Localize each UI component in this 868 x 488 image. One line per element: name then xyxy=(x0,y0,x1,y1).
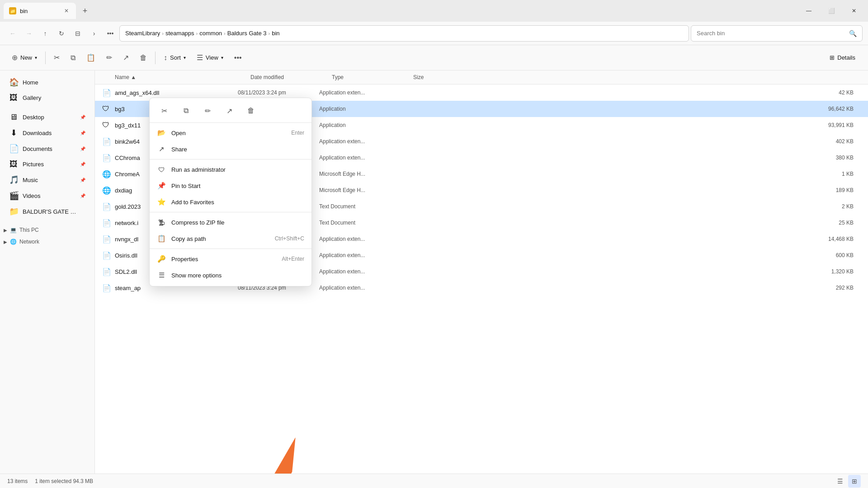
sidebar-label-pictures: Pictures xyxy=(23,161,44,168)
breadcrumb-sep-1: › xyxy=(162,31,164,36)
this-pc-label: This PC xyxy=(19,227,39,233)
sidebar-label-downloads: Downloads xyxy=(23,130,52,136)
pictures-icon: 🖼 xyxy=(9,160,18,169)
ctx-item-run-as-admin[interactable]: 🛡 Run as administrator xyxy=(150,161,311,178)
forward-button[interactable]: → xyxy=(22,26,36,41)
tab-close-button[interactable]: ✕ xyxy=(62,7,71,15)
toolbar-right: ⊞ Details xyxy=(824,52,861,64)
more-nav-button[interactable]: ••• xyxy=(103,26,118,41)
ctx-add-favorites-icon: ⭐ xyxy=(157,197,166,206)
sidebar-label-videos: Videos xyxy=(23,192,41,199)
context-menu-separator xyxy=(150,212,311,212)
breadcrumb-steamlibrary[interactable]: SteamLibrary xyxy=(125,30,160,37)
new-button[interactable]: ⊕ New ▾ xyxy=(7,51,42,65)
desktop-icon: 🖥 xyxy=(9,113,18,122)
sidebar-item-desktop[interactable]: 🖥 Desktop 📌 xyxy=(2,110,93,125)
sidebar-item-downloads[interactable]: ⬇ Downloads 📌 xyxy=(2,125,93,141)
view-button[interactable]: ☰ View ▾ xyxy=(192,51,228,65)
sidebar-item-pictures[interactable]: 🖼 Pictures 📌 xyxy=(2,157,93,172)
more-options-button[interactable]: ••• xyxy=(230,51,246,65)
breadcrumb-bin[interactable]: bin xyxy=(272,30,279,37)
paste-button[interactable]: 📋 xyxy=(82,51,100,65)
item-count: 13 items xyxy=(7,478,28,484)
ctx-open-icon: 📂 xyxy=(157,128,166,137)
sidebar-group-network[interactable]: ▶ 🌐 Network xyxy=(0,237,94,247)
refresh-button[interactable]: ↻ xyxy=(54,26,69,41)
sidebar-item-videos[interactable]: 🎬 Videos 📌 xyxy=(2,188,93,203)
sort-button[interactable]: ↕ Sort ▾ xyxy=(159,51,190,65)
ctx-copy-button[interactable]: ⧉ xyxy=(179,103,193,118)
details-view-button[interactable]: ⊞ xyxy=(848,475,861,488)
context-menu-separator xyxy=(150,249,311,249)
rename-button[interactable]: ✏ xyxy=(102,51,117,65)
new-tab-button[interactable]: + xyxy=(78,4,92,18)
ctx-item-open[interactable]: 📂 Open Enter xyxy=(150,125,311,141)
breadcrumb-baldurs[interactable]: Baldurs Gate 3 xyxy=(227,30,267,37)
main-layout: 🏠 Home 🖼 Gallery 🖥 Desktop 📌 ⬇ Downloads… xyxy=(0,70,868,474)
breadcrumb-bar[interactable]: SteamLibrary › steamapps › common › Bald… xyxy=(119,25,689,42)
ctx-item-add-favorites[interactable]: ⭐ Add to Favorites xyxy=(150,194,311,210)
network-label: Network xyxy=(19,239,39,245)
share-button[interactable]: ↗ xyxy=(118,51,133,65)
copy-button[interactable]: ⧉ xyxy=(66,51,80,65)
pin-icon-documents: 📌 xyxy=(80,146,85,151)
ctx-cut-button[interactable]: ✂ xyxy=(157,103,171,118)
details-button[interactable]: ⊞ Details xyxy=(824,52,861,64)
ctx-item-share[interactable]: ↗ Share xyxy=(150,141,311,157)
downloads-icon: ⬇ xyxy=(9,128,18,138)
expand-icon-network: ▶ xyxy=(4,239,7,244)
pin-icon-videos: 📌 xyxy=(80,193,85,198)
sidebar-item-home[interactable]: 🏠 Home xyxy=(2,75,93,90)
sidebar-item-documents[interactable]: 📄 Documents 📌 xyxy=(2,141,93,156)
back-button[interactable]: ← xyxy=(5,26,20,41)
ctx-item-compress[interactable]: 🗜 Compress to ZIP file xyxy=(150,214,311,230)
ctx-item-copy-path[interactable]: 📋 Copy as path Ctrl+Shift+C xyxy=(150,230,311,247)
context-menu-toolbar: ✂ ⧉ ✏ ↗ 🗑 xyxy=(150,101,311,123)
maximize-button[interactable]: ⬜ xyxy=(821,4,842,18)
ctx-more-options-icon: ☰ xyxy=(157,271,166,280)
details-label: Details xyxy=(837,54,855,61)
tab-bin[interactable]: 📁 bin ✕ xyxy=(4,3,76,19)
selected-info: 1 item selected 94.3 MB xyxy=(35,478,93,484)
up-button[interactable]: ↑ xyxy=(38,26,52,41)
ctx-item-pin-start[interactable]: 📌 Pin to Start xyxy=(150,178,311,194)
rename-icon: ✏ xyxy=(106,53,112,62)
ctx-run-as-admin-icon: 🛡 xyxy=(157,165,166,174)
location-toggle-button[interactable]: ⊟ xyxy=(71,26,85,41)
breadcrumb-common[interactable]: common xyxy=(199,30,222,37)
expand-path-button[interactable]: › xyxy=(87,26,101,41)
ctx-share-icon: ↗ xyxy=(157,145,166,154)
view-chevron-icon: ▾ xyxy=(221,55,223,60)
ctx-rename-button[interactable]: ✏ xyxy=(200,103,215,118)
pin-icon-music: 📌 xyxy=(80,178,85,183)
search-box[interactable]: 🔍 xyxy=(691,25,863,42)
view-toggle-buttons: ☰ ⊞ xyxy=(834,475,861,488)
ctx-share-label: Share xyxy=(171,146,304,153)
ctx-item-more-options[interactable]: ☰ Show more options xyxy=(150,267,311,283)
close-button[interactable]: ✕ xyxy=(844,4,864,18)
search-icon[interactable]: 🔍 xyxy=(849,30,857,37)
ctx-properties-label: Properties xyxy=(171,256,276,263)
status-bar: 13 items 1 item selected 94.3 MB ☰ ⊞ xyxy=(0,474,868,488)
breadcrumb-steamapps[interactable]: steamapps xyxy=(165,30,194,37)
ctx-copy-path-label: Copy as path xyxy=(171,235,269,242)
ctx-pin-start-label: Pin to Start xyxy=(171,183,304,189)
sidebar-group-this-pc[interactable]: ▶ 💻 This PC xyxy=(0,225,94,235)
delete-button[interactable]: 🗑 xyxy=(135,51,151,65)
sidebar-item-gallery[interactable]: 🖼 Gallery xyxy=(2,90,93,105)
music-icon: 🎵 xyxy=(9,175,18,185)
delete-icon: 🗑 xyxy=(140,54,147,62)
paste-icon: 📋 xyxy=(86,53,95,62)
ctx-item-properties[interactable]: 🔑 Properties Alt+Enter xyxy=(150,251,311,267)
cut-button[interactable]: ✂ xyxy=(49,51,64,65)
sidebar-item-music[interactable]: 🎵 Music 📌 xyxy=(2,172,93,188)
search-input[interactable] xyxy=(697,30,845,37)
minimize-button[interactable]: — xyxy=(798,4,819,18)
ctx-share-button[interactable]: ↗ xyxy=(222,103,236,118)
list-view-button[interactable]: ☰ xyxy=(834,475,846,488)
toolbar-separator-1 xyxy=(45,52,46,64)
sidebar-item-baldurs[interactable]: 📁 BALDUR'S GATE 3 N xyxy=(2,204,93,219)
view-icon: ☰ xyxy=(197,53,203,62)
ctx-delete-button[interactable]: 🗑 xyxy=(244,103,258,118)
window-controls: — ⬜ ✕ xyxy=(798,4,864,18)
